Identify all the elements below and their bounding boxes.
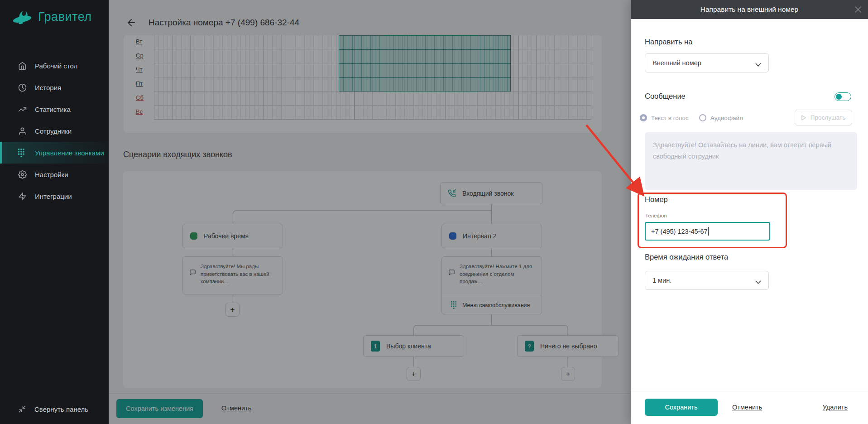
plus-icon: + — [412, 370, 416, 379]
node-greeting-message[interactable]: Здравствуйте! Мы рады приветствовать вас… — [182, 256, 283, 294]
day-label-tue[interactable]: Вт — [136, 38, 149, 45]
employees-icon — [18, 127, 27, 135]
schedule-grid[interactable] — [154, 35, 591, 120]
sidebar-item-settings[interactable]: Настройки — [0, 164, 109, 185]
app-window: Гравител Рабочий стол История Статистика — [0, 0, 868, 424]
sidebar-item-label: Настройки — [35, 171, 68, 178]
dialpad-icon — [451, 301, 457, 309]
schedule-card: Вт Ср Чт Пт Сб Вс — [124, 35, 602, 133]
node-sales-message[interactable]: Здравствуйте! Нажмите 1 для соединения с… — [441, 256, 542, 314]
node-self-service-menu[interactable]: Меню самообслуживания — [442, 295, 542, 315]
direct-to-label: Направить на — [645, 38, 692, 46]
external-number-panel: Направить на внешний номер Направить на … — [631, 0, 868, 424]
question-badge: ? — [525, 341, 534, 352]
sidebar-item-label: История — [35, 84, 61, 92]
node-label: Рабочее время — [204, 232, 249, 240]
add-step-button[interactable]: + — [561, 367, 575, 381]
panel-header: Направить на внешний номер — [631, 0, 868, 19]
day-label-wed[interactable]: Ср — [136, 52, 149, 59]
node-label: Меню самообслуживания — [462, 302, 530, 308]
node-incoming-call[interactable]: Входящий звонок — [440, 182, 542, 204]
radio-audio-file-label[interactable]: Аудиофайл — [710, 115, 743, 121]
speech-bubble-icon — [448, 269, 455, 276]
phone-input[interactable]: +7 (495) 123-45-67 — [645, 222, 770, 241]
direct-to-dropdown[interactable]: Внешний номер — [645, 53, 769, 72]
wait-time-dropdown[interactable]: 1 мин. — [645, 271, 769, 290]
app-logo[interactable]: Гравител — [12, 7, 92, 26]
message-label: Сообщение — [645, 92, 686, 101]
message-text: Здравствуйте! Нажмите 1 для соединения с… — [460, 263, 536, 290]
radio-text-to-voice-label[interactable]: Текст в голос — [651, 115, 689, 121]
day-label-sat[interactable]: Сб — [136, 94, 149, 101]
panel-save-button[interactable]: Сохранить — [645, 399, 718, 416]
toggle-knob — [836, 94, 842, 100]
main-content: Настройка номера +7 (499) 686-32-44 Вт С… — [109, 0, 631, 424]
radio-audio-file[interactable] — [699, 114, 706, 121]
node-label: Ничего не выбрано — [540, 342, 597, 350]
close-icon[interactable] — [854, 6, 862, 13]
phone-value: +7 (495) 123-45-67 — [651, 228, 708, 235]
save-changes-button[interactable]: Сохранить изменения — [116, 399, 203, 418]
message-toggle[interactable] — [834, 92, 851, 101]
sidebar-item-employees[interactable]: Сотрудники — [0, 120, 109, 142]
integrations-icon — [18, 192, 27, 201]
add-step-button[interactable]: + — [225, 303, 240, 317]
sidebar-item-desktop[interactable]: Рабочий стол — [0, 55, 109, 77]
sidebar-item-label: Рабочий стол — [35, 62, 77, 70]
incoming-call-icon — [448, 189, 456, 198]
number-label: Номер — [645, 195, 668, 204]
sidebar-item-call-management[interactable]: Управление звонками — [0, 142, 109, 164]
day-label-thu[interactable]: Чт — [136, 66, 149, 73]
sidebar-item-statistics[interactable]: Статистика — [0, 98, 109, 120]
key-1-badge: 1 — [371, 341, 380, 352]
radio-text-to-voice[interactable] — [640, 114, 647, 121]
message-source-radios: Текст в голос Аудиофайл — [640, 114, 749, 121]
node-label: Интервал 2 — [463, 232, 497, 240]
back-arrow-icon[interactable] — [126, 17, 137, 28]
panel-cancel-link[interactable]: Отменить — [732, 404, 762, 411]
scenario-section-title: Сценарии входящих звонков — [123, 150, 232, 159]
listen-button[interactable]: Прослушать — [795, 110, 852, 125]
home-icon — [18, 62, 27, 70]
text-caret — [708, 227, 709, 236]
add-step-button[interactable]: + — [407, 367, 421, 381]
node-interval-2[interactable]: Интервал 2 — [441, 224, 542, 248]
panel-delete-link[interactable]: Удалить — [823, 404, 848, 411]
page-header: Настройка номера +7 (499) 686-32-44 — [109, 0, 631, 35]
logo-text: Гравител — [38, 10, 92, 24]
panel-title: Направить на внешний номер — [700, 5, 798, 14]
node-client-choice[interactable]: 1 Выбор клиента — [363, 335, 464, 357]
sidebar-item-label: Статистика — [35, 106, 71, 113]
blue-square-icon — [449, 232, 456, 240]
sidebar-item-label: Сотрудники — [35, 127, 72, 135]
dropdown-value: Внешний номер — [652, 59, 701, 67]
day-label-sun[interactable]: Вс — [136, 108, 149, 115]
collapse-panel-label: Свернуть панель — [34, 405, 88, 413]
node-working-hours[interactable]: Рабочее время — [182, 224, 283, 248]
statistics-icon — [18, 105, 27, 114]
call-flow-canvas: Входящий звонок Рабочее время Интервал 2… — [123, 171, 602, 388]
message-textarea[interactable] — [645, 132, 857, 190]
bottom-toolbar: Сохранить изменения Отменить — [109, 393, 631, 424]
sidebar-item-history[interactable]: История — [0, 77, 109, 98]
play-icon — [801, 115, 806, 120]
wait-time-label: Время ожидания ответа — [645, 253, 728, 261]
listen-label: Прослушать — [810, 114, 845, 121]
panel-footer: Сохранить Отменить Удалить — [631, 391, 868, 424]
gear-icon — [18, 170, 27, 179]
day-label-fri[interactable]: Пт — [136, 80, 149, 87]
collapse-panel-button[interactable]: Свернуть панель — [0, 401, 109, 417]
node-nothing-selected[interactable]: ? Ничего не выбрано — [517, 335, 619, 357]
chevron-down-icon — [755, 279, 761, 283]
message-text: Здравствуйте! Мы рады приветствовать вас… — [201, 263, 277, 285]
collapse-icon — [18, 405, 26, 413]
cancel-link[interactable]: Отменить — [221, 405, 251, 412]
sidebar-item-label: Интеграции — [35, 193, 72, 200]
plus-icon: + — [230, 305, 235, 314]
sidebar-item-integrations[interactable]: Интеграции — [0, 185, 109, 207]
schedule-selection-block[interactable] — [339, 35, 511, 92]
saucer-logo-icon — [12, 7, 33, 26]
node-label: Выбор клиента — [386, 342, 431, 350]
node-label: Входящий звонок — [462, 190, 513, 197]
plus-icon: + — [566, 370, 571, 379]
